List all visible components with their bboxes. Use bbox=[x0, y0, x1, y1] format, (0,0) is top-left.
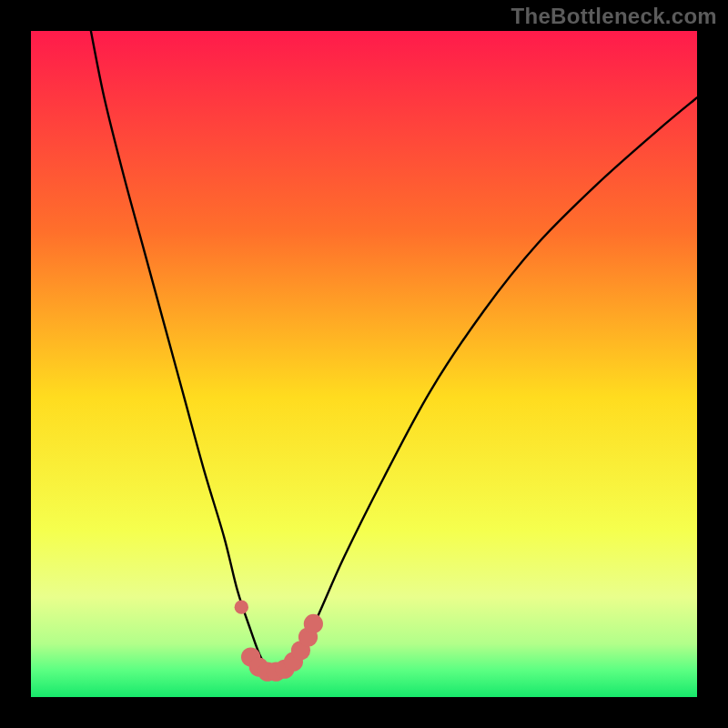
marker-dot bbox=[235, 600, 248, 613]
marker-dot bbox=[304, 614, 323, 633]
bottleneck-chart bbox=[0, 0, 728, 728]
plot-background bbox=[31, 31, 697, 697]
watermark-text: TheBottleneck.com bbox=[511, 4, 717, 29]
chart-frame: TheBottleneck.com bbox=[0, 0, 728, 728]
